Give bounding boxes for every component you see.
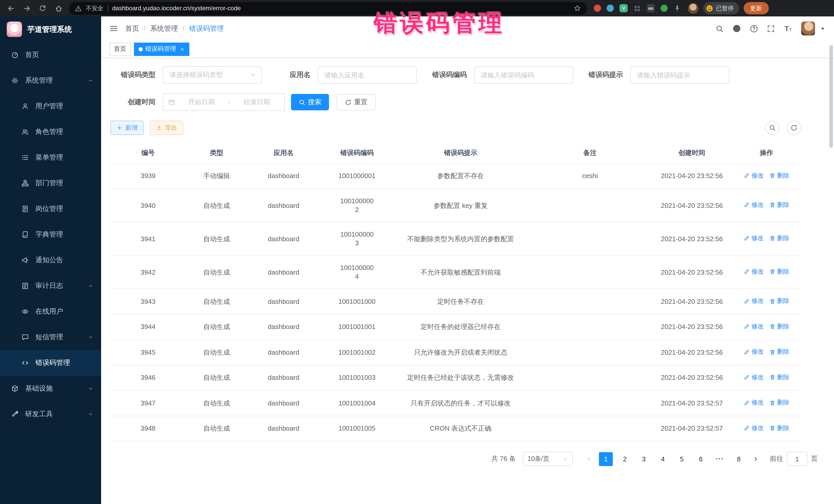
browser-back-icon[interactable] (5, 3, 17, 14)
delete-link[interactable]: 删除 (769, 171, 789, 180)
cell-app: dashboard (247, 339, 320, 365)
extension-green-icon[interactable] (660, 5, 668, 12)
fullscreen-icon[interactable] (767, 24, 775, 32)
bookmark-star-icon[interactable] (574, 5, 581, 12)
tab-home[interactable]: 首页 (109, 42, 131, 56)
extension-vue-icon[interactable]: V (619, 4, 628, 12)
sidebar-item-menu-management[interactable]: 菜单管理 (0, 145, 101, 170)
date-range-picker[interactable]: 开始日期 - 结束日期 (163, 93, 285, 111)
browser-reload-icon[interactable] (37, 3, 48, 14)
add-button[interactable]: 新增 (110, 120, 144, 135)
sidebar-item-notice-announcement[interactable]: 通知公告 (0, 247, 101, 273)
extension-on-icon[interactable]: on (647, 4, 655, 12)
extension-grid-icon[interactable] (633, 4, 641, 12)
cell-hint: 不允许获取敏感配置到前端 (394, 255, 527, 289)
edit-link[interactable]: 修改 (744, 322, 764, 331)
pagination-page[interactable]: 4 (656, 452, 670, 466)
error-type-select[interactable]: 请选择错误码类型 (163, 66, 262, 84)
edit-link[interactable]: 修改 (744, 424, 764, 432)
cell-app: dashboard (247, 390, 320, 416)
github-icon[interactable] (732, 24, 741, 33)
paused-badge[interactable]: 已暂停 (703, 2, 739, 14)
goto-page-input[interactable] (787, 452, 807, 466)
sidebar-item-dev-tools[interactable]: 研发工具 (0, 401, 101, 427)
error-hint-input[interactable] (630, 66, 729, 84)
edit-link[interactable]: 修改 (744, 348, 764, 356)
refresh-table-button[interactable] (787, 120, 801, 135)
help-icon[interactable] (750, 24, 758, 32)
breadcrumb-item[interactable]: 系统管理 (150, 24, 178, 33)
page-size-select[interactable]: 10条/页 (523, 452, 573, 466)
edit-link[interactable]: 修改 (744, 201, 764, 210)
cell-time: 2021-04-20 23:52:57 (653, 416, 731, 441)
sidebar-item-error-code-management[interactable]: 错误码管理 (0, 350, 101, 376)
extension-red-icon[interactable] (594, 5, 601, 12)
sidebar-item-sms-management[interactable]: 短信管理 (0, 324, 101, 350)
dashboard-icon (11, 51, 20, 59)
breadcrumb-item[interactable]: 首页 (125, 24, 139, 33)
delete-link[interactable]: 删除 (769, 267, 789, 276)
pagination-page[interactable]: 8 (732, 452, 746, 466)
search-button[interactable]: 搜索 (291, 94, 329, 110)
extension-pin-icon[interactable] (673, 4, 681, 12)
sidebar-item-role-management[interactable]: 角色管理 (0, 119, 101, 145)
sidebar-item-audit-log[interactable]: 审计日志 (0, 273, 101, 299)
delete-link[interactable]: 删除 (769, 373, 789, 381)
pagination-page[interactable]: 3 (637, 452, 651, 466)
edit-link[interactable]: 修改 (744, 297, 764, 305)
browser-forward-icon[interactable] (21, 3, 32, 14)
edit-link[interactable]: 修改 (744, 373, 764, 381)
delete-link[interactable]: 删除 (769, 424, 789, 432)
top-navbar: 首页/系统管理/错误码管理 TT (101, 17, 834, 41)
sidebar-item-post-management[interactable]: 岗位管理 (0, 196, 101, 222)
tab-error-code[interactable]: 错误码管理 (134, 42, 190, 56)
error-code-input[interactable] (474, 66, 573, 84)
browser-home-icon[interactable] (53, 3, 64, 14)
reset-button[interactable]: 重置 (337, 94, 376, 110)
delete-link[interactable]: 删除 (769, 201, 789, 210)
delete-link[interactable]: 删除 (769, 322, 789, 331)
page-scrollbar[interactable] (829, 45, 833, 148)
pagination-ellipsis[interactable]: ••• (713, 452, 727, 466)
pagination-page[interactable]: 1 (599, 452, 613, 466)
extension-teal-icon[interactable] (607, 5, 614, 12)
browser-update-button[interactable]: 更新 (743, 2, 769, 14)
sidebar-item-home[interactable]: 首页 (0, 42, 101, 68)
delete-link[interactable]: 删除 (769, 234, 789, 243)
app-name-input[interactable] (318, 66, 417, 84)
sidebar-item-online-users[interactable]: 在线用户 (0, 299, 101, 324)
pagination-page[interactable]: 6 (694, 452, 708, 466)
sidebar-item-system-management[interactable]: 系统管理 (0, 68, 101, 93)
sidebar-item-dict-management[interactable]: 字典管理 (0, 222, 101, 247)
sidebar-item-user-management[interactable]: 用户管理 (0, 93, 101, 119)
sidebar-toggle-icon[interactable] (109, 24, 118, 33)
browser-profile-avatar[interactable] (688, 3, 699, 14)
tab-close-icon[interactable] (180, 46, 185, 51)
export-button[interactable]: 导出 (150, 120, 183, 135)
edit-icon (744, 323, 750, 329)
delete-link[interactable]: 删除 (769, 348, 789, 356)
caret-down-icon[interactable] (820, 25, 826, 31)
pagination-pages: 123456•••8 (599, 452, 746, 466)
edit-link[interactable]: 修改 (744, 171, 764, 180)
edit-link[interactable]: 修改 (744, 234, 764, 243)
user-avatar[interactable] (801, 22, 815, 36)
delete-link[interactable]: 删除 (769, 297, 789, 305)
delete-link-label: 删除 (777, 348, 789, 356)
toggle-search-button[interactable] (765, 120, 780, 135)
sidebar-item-infrastructure[interactable]: 基础设施 (0, 376, 101, 401)
address-bar[interactable]: 不安全 dashboard.yudao.iocoder.cn/system/er… (69, 2, 587, 15)
font-size-icon[interactable]: TT (784, 24, 792, 33)
pagination-page[interactable]: 5 (675, 452, 689, 466)
edit-link-label: 修改 (751, 297, 764, 305)
edit-link[interactable]: 修改 (744, 398, 764, 407)
delete-link[interactable]: 删除 (769, 398, 789, 407)
cell-time: 2021-04-20 23:52:56 (653, 289, 731, 314)
pagination-next-button[interactable] (749, 452, 763, 466)
page-content: 错误码类型 请选择错误码类型 应用名 错误码编码 错误码提示 (101, 58, 834, 504)
pagination-page[interactable]: 2 (618, 452, 632, 466)
edit-link[interactable]: 修改 (744, 267, 764, 276)
sidebar-item-dept-management[interactable]: 部门管理 (0, 170, 101, 196)
header-search-icon[interactable] (716, 24, 724, 32)
pagination-prev-button[interactable] (582, 452, 596, 466)
